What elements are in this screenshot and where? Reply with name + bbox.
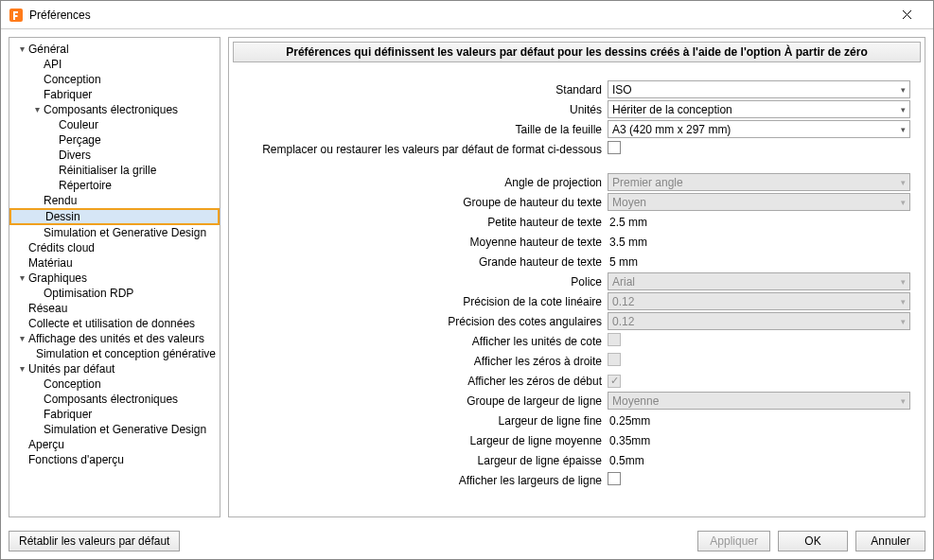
select-input[interactable]: ISO▾ <box>608 80 910 98</box>
tree-item[interactable]: ▸Crédits cloud <box>9 240 220 255</box>
chevron-down-icon: ▾ <box>901 85 906 95</box>
select-input[interactable]: A3 (420 mm x 297 mm)▾ <box>608 120 910 138</box>
titlebar: Préférences <box>1 1 933 29</box>
tree-item[interactable]: ▾Graphiques <box>9 271 220 286</box>
select-value: Arial <box>612 275 635 289</box>
tree-item[interactable]: ▸Conception <box>9 72 220 87</box>
form-row: Afficher les zéros à droite <box>238 351 915 371</box>
cancel-button[interactable]: Annuler <box>855 531 925 551</box>
tree-item[interactable]: ▸Réinitialiser la grille <box>9 163 220 178</box>
field-label: Largeur de ligne fine <box>238 414 608 428</box>
tree-item[interactable]: ▸Réseau <box>9 301 220 316</box>
tree-item[interactable]: ▸Fabriquer <box>9 407 220 422</box>
field-label: Précision des cotes angulaires <box>238 315 608 328</box>
tree-item[interactable]: ▾Composants électroniques <box>9 102 220 117</box>
tree-item-label: Général <box>28 42 69 57</box>
tree-item-label: Répertoire <box>59 178 112 193</box>
tree-item-label: Unités par défaut <box>28 361 115 376</box>
tree-item[interactable]: ▸API <box>9 57 220 72</box>
form-row: UnitésHériter de la conception▾ <box>238 99 915 119</box>
window-title: Préférences <box>29 9 888 22</box>
tree-item[interactable]: ▸Répertoire <box>9 178 220 193</box>
tree-item[interactable]: ▸Couleur <box>9 117 220 132</box>
select-value: Premier angle <box>612 176 683 189</box>
field-label: Standard <box>238 83 608 96</box>
tree-item[interactable]: ▾Unités par défaut <box>9 361 220 376</box>
tree-item-label: Simulation et Generative Design <box>44 225 206 240</box>
tree-item[interactable]: ▸Composants électroniques <box>9 392 220 407</box>
field-label: Afficher les zéros à droite <box>238 355 608 368</box>
tree-item[interactable]: ▾Général <box>9 42 220 57</box>
chevron-down-icon: ▾ <box>901 178 906 187</box>
tree-item[interactable]: ▸Aperçu <box>9 437 220 452</box>
form-row: Taille de la feuilleA3 (420 mm x 297 mm)… <box>238 119 915 139</box>
tree-item-label: Composants électroniques <box>44 102 178 117</box>
expander-icon[interactable]: ▾ <box>15 271 28 286</box>
field-label: Police <box>238 275 608 289</box>
tree-item-label: Conception <box>44 72 101 87</box>
field-label: Taille de la feuille <box>238 123 608 136</box>
tree-item[interactable]: ▸Simulation et conception générative <box>9 346 220 361</box>
form-row: Largeur de ligne fine0.25mm <box>238 411 915 430</box>
field-label: Unités <box>238 103 608 116</box>
tree-item[interactable]: ▸Divers <box>9 148 220 163</box>
field-label: Afficher les unités de cote <box>238 335 608 348</box>
field-label: Afficher les zéros de début <box>238 375 608 388</box>
static-value: 3.5 mm <box>608 236 647 249</box>
select-input[interactable]: Hériter de la conception▾ <box>608 100 910 118</box>
tree-item-label: Matériau <box>28 255 73 271</box>
tree-item[interactable]: ▸Dessin <box>9 208 220 225</box>
form-row: Groupe de largeur de ligneMoyenne▾ <box>238 391 915 411</box>
select-value: 0.12 <box>612 315 634 328</box>
tree-item[interactable]: ▸Rendu <box>9 193 220 208</box>
form-row: Petite hauteur de texte2.5 mm <box>238 212 915 232</box>
form-row: PoliceArial▾ <box>238 271 915 291</box>
close-icon <box>902 9 912 20</box>
static-value: 0.5mm <box>608 454 644 467</box>
tree-item-label: Simulation et conception générative <box>36 346 216 361</box>
tree-item-label: Aperçu <box>28 437 64 452</box>
form-row: Grande hauteur de texte5 mm <box>238 252 915 271</box>
chevron-down-icon: ▾ <box>901 297 906 306</box>
category-tree[interactable]: ▾Général▸API▸Conception▸Fabriquer▾Compos… <box>9 37 220 517</box>
tree-item[interactable]: ▸Fabriquer <box>9 87 220 102</box>
tree-item[interactable]: ▸Fonctions d'aperçu <box>9 452 220 467</box>
tree-item[interactable]: ▸Collecte et utilisation de données <box>9 316 220 331</box>
chevron-down-icon: ▾ <box>901 277 906 287</box>
apply-button[interactable]: Appliquer <box>697 531 770 551</box>
tree-item[interactable]: ▸Matériau <box>9 255 220 271</box>
chevron-down-icon: ▾ <box>901 317 906 326</box>
tree-item[interactable]: ▸Optimisation RDP <box>9 286 220 301</box>
tree-item-label: Divers <box>59 148 91 163</box>
expander-icon[interactable]: ▾ <box>15 331 28 346</box>
field-label: Largeur de ligne épaisse <box>238 454 608 467</box>
select-input: Moyenne▾ <box>608 392 910 410</box>
checkbox-input[interactable] <box>608 141 621 154</box>
tree-item-label: Simulation et Generative Design <box>44 422 206 437</box>
checkbox-input[interactable] <box>608 472 621 485</box>
close-button[interactable] <box>888 2 925 28</box>
expander-icon[interactable]: ▾ <box>15 42 28 57</box>
tree-item[interactable]: ▾Affichage des unités et des valeurs <box>9 331 220 346</box>
tree-item[interactable]: ▸Perçage <box>9 132 220 148</box>
tree-item[interactable]: ▸Conception <box>9 376 220 392</box>
chevron-down-icon: ▾ <box>901 105 906 114</box>
tree-item-label: Perçage <box>59 132 101 148</box>
panel-header: Préférences qui définissent les valeurs … <box>233 42 921 62</box>
ok-button[interactable]: OK <box>778 531 848 551</box>
field-label: Petite hauteur de texte <box>238 216 608 229</box>
tree-item-label: Collecte et utilisation de données <box>28 316 195 331</box>
field-label: Moyenne hauteur de texte <box>238 236 608 249</box>
form-row: Largeur de ligne épaisse0.5mm <box>238 450 915 470</box>
expander-icon[interactable]: ▾ <box>15 361 28 376</box>
footer: Rétablir les valeurs par défaut Applique… <box>1 525 933 559</box>
settings-panel: Préférences qui définissent les valeurs … <box>228 37 925 517</box>
select-value: 0.12 <box>612 295 634 308</box>
select-input: Premier angle▾ <box>608 173 910 191</box>
tree-item[interactable]: ▸Simulation et Generative Design <box>9 422 220 437</box>
app-icon <box>9 8 24 23</box>
restore-defaults-button[interactable]: Rétablir les valeurs par défaut <box>9 531 180 551</box>
select-input: Moyen▾ <box>608 193 910 211</box>
tree-item[interactable]: ▸Simulation et Generative Design <box>9 225 220 240</box>
expander-icon[interactable]: ▾ <box>30 102 44 117</box>
